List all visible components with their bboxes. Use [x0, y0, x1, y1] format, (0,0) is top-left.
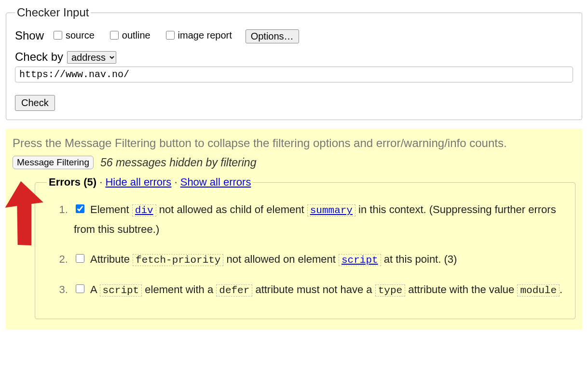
source-text: source	[66, 30, 95, 41]
filter-hint: Press the Message Filtering button to co…	[13, 135, 575, 151]
code-token: script	[100, 284, 142, 296]
image-report-text: image report	[178, 30, 232, 41]
check-by-row: Check by address	[15, 50, 573, 82]
options-button[interactable]: Options…	[246, 29, 299, 43]
error-text: Element div not allowed as child of elem…	[74, 203, 556, 235]
message-filtering-button[interactable]: Message Filtering	[13, 156, 94, 169]
image-report-checkbox-label[interactable]: image report	[164, 29, 232, 41]
show-label: Show	[15, 29, 44, 42]
hide-all-errors-link[interactable]: Hide all errors	[105, 176, 171, 188]
show-row: Show source outline image report Options…	[15, 29, 573, 43]
checker-input-fieldset: Checker Input Show source outline image …	[6, 6, 582, 120]
errors-title: Errors (5)	[49, 176, 96, 188]
check-by-select[interactable]: address	[67, 51, 116, 64]
error-checkbox[interactable]	[76, 204, 84, 213]
check-by-label: Check by	[15, 50, 63, 63]
filter-panel: Press the Message Filtering button to co…	[6, 129, 582, 330]
outline-checkbox-label[interactable]: outline	[108, 29, 150, 41]
code-link[interactable]: summary	[307, 204, 356, 216]
code-token: defer	[216, 284, 252, 296]
errors-legend: Errors (5) · Hide all errors · Show all …	[47, 176, 253, 188]
code-token: module	[517, 284, 560, 296]
code-token: type	[375, 284, 405, 296]
source-checkbox-label[interactable]: source	[52, 29, 95, 41]
source-checkbox[interactable]	[54, 31, 62, 40]
outline-checkbox[interactable]	[110, 31, 119, 40]
errors-list: Element div not allowed as child of elem…	[47, 197, 563, 307]
hidden-count: 56 messages hidden by filtering	[100, 156, 256, 169]
code-link[interactable]: script	[339, 254, 381, 266]
show-all-errors-link[interactable]: Show all errors	[180, 176, 251, 188]
code-link[interactable]: div	[132, 204, 156, 216]
message-filtering-row: Message Filtering 56 messages hidden by …	[13, 156, 575, 169]
error-item: A script element with a defer attribute …	[71, 277, 563, 308]
url-input[interactable]	[15, 67, 573, 82]
error-item: Attribute fetch-priority not allowed on …	[71, 247, 563, 277]
image-report-checkbox[interactable]	[166, 31, 175, 40]
error-item: Element div not allowed as child of elem…	[71, 197, 563, 246]
check-button[interactable]: Check	[15, 95, 55, 111]
error-text: Attribute fetch-priority not allowed on …	[90, 253, 457, 265]
code-token: fetch-priority	[133, 254, 223, 266]
outline-text: outline	[122, 30, 150, 41]
checker-legend: Checker Input	[15, 6, 91, 19]
errors-fieldset: Errors (5) · Hide all errors · Show all …	[35, 176, 575, 319]
error-checkbox[interactable]	[76, 254, 84, 263]
error-text: A script element with a defer attribute …	[90, 283, 562, 296]
error-checkbox[interactable]	[76, 284, 84, 293]
